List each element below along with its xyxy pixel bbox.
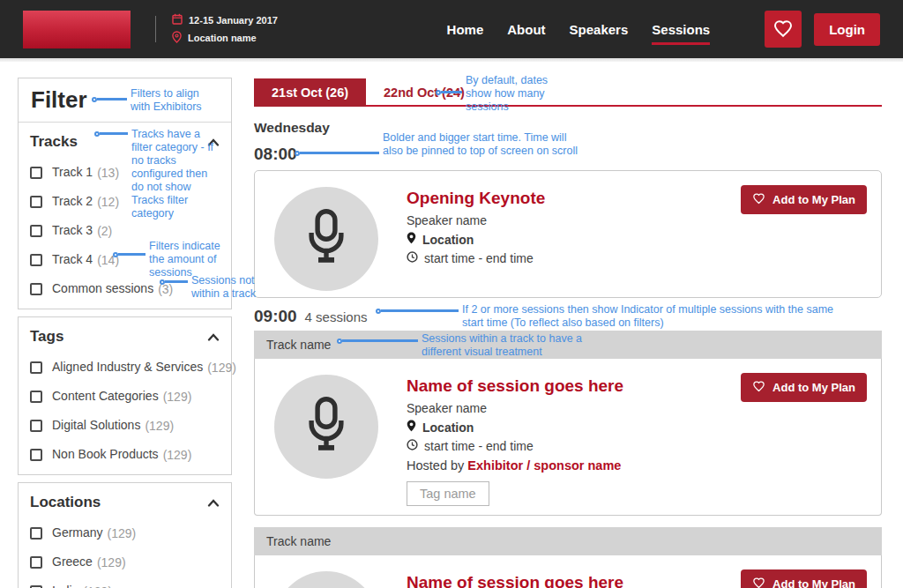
- add-to-plan-button[interactable]: Add to My Plan: [741, 569, 867, 588]
- event-info: 12-15 January 2017 Location name: [172, 13, 278, 45]
- chevron-up-icon[interactable]: [207, 333, 220, 341]
- checkbox[interactable]: [30, 391, 42, 403]
- event-location: Location name: [188, 33, 257, 43]
- session-details: Name of session goes here Speaker name L…: [407, 375, 623, 499]
- filter-checkbox-aligned-industry[interactable]: Aligned Industry & Services (129): [30, 360, 220, 375]
- checkbox[interactable]: [30, 420, 42, 432]
- checkbox[interactable]: [30, 449, 42, 461]
- filter-checkbox-india[interactable]: India (129): [30, 584, 220, 588]
- event-dates-row: 12-15 January 2017: [172, 13, 278, 26]
- track-name: Track name: [266, 338, 331, 352]
- session-location: Location: [422, 233, 474, 247]
- filter-tracks-box: Filter Tracks Track 1 (13) Track 2 (12) …: [18, 78, 232, 309]
- session-title: Name of session goes here: [407, 572, 623, 588]
- timeslot-0900: 09:00 4 sessions: [254, 307, 882, 326]
- checkbox[interactable]: [30, 283, 42, 295]
- clock-icon: [407, 439, 418, 453]
- session-card-opening-keynote[interactable]: Opening Keynote Speaker name Location st…: [254, 170, 882, 298]
- date-tabbar: 21st Oct (26) 22nd Oct (24): [254, 78, 882, 107]
- tab-22nd-oct[interactable]: 22nd Oct (24): [366, 78, 482, 107]
- filter-group-tags: Tags Aligned Industry & Services (129) C…: [19, 317, 231, 474]
- nav-item-about[interactable]: About: [507, 22, 545, 37]
- start-time: 08:00: [254, 145, 297, 164]
- heart-icon: [752, 192, 765, 207]
- chevron-up-icon[interactable]: [207, 499, 220, 507]
- event-dates: 12-15 January 2017: [189, 15, 278, 26]
- clock-icon: [407, 251, 418, 265]
- filter-checkbox-greece[interactable]: Greece (129): [30, 555, 220, 569]
- logo[interactable]: [23, 11, 131, 48]
- chevron-up-icon[interactable]: [207, 138, 220, 146]
- filter-checkbox-track-3[interactable]: Track 3 (2): [30, 223, 220, 238]
- session-card-track-session-2[interactable]: Name of session goes here Add to My Plan: [254, 555, 882, 588]
- microphone-icon: [302, 206, 350, 272]
- filter-group-locations: Locations Germany (129) Greece (129) Ind…: [19, 483, 231, 588]
- nav-item-speakers[interactable]: Speakers: [570, 22, 629, 37]
- session-location-row: Location: [407, 420, 623, 435]
- filter-checkbox-germany[interactable]: Germany (129): [30, 525, 220, 540]
- location-pin-icon: [407, 420, 416, 435]
- avatar: [274, 571, 378, 588]
- locations-group-header: Locations: [30, 494, 220, 511]
- filter-checkbox-digital-solutions[interactable]: Digital Solutions (129): [30, 418, 220, 433]
- microphone-icon: [302, 394, 350, 459]
- tags-group-title: Tags: [30, 328, 63, 346]
- hosted-by-row: Hosted by Exhibitor / sponsor name: [407, 458, 623, 473]
- filter-checkbox-content-categories[interactable]: Content Categories (129): [30, 389, 220, 404]
- session-location: Location: [422, 421, 474, 435]
- checkbox[interactable]: [30, 254, 42, 266]
- filter-sidebar: Filter Tracks Track 1 (13) Track 2 (12) …: [18, 78, 232, 588]
- sessions-main: 21st Oct (26) 22nd Oct (24) Wednesday 08…: [254, 78, 882, 588]
- filter-checkbox-common-sessions[interactable]: Common sessions (3): [30, 281, 220, 296]
- heart-icon: [772, 19, 794, 41]
- login-button[interactable]: Login: [814, 13, 880, 46]
- track-name: Track name: [266, 534, 331, 548]
- session-count: 4 sessions: [305, 309, 368, 324]
- checkbox[interactable]: [30, 167, 42, 179]
- checkbox[interactable]: [30, 361, 42, 374]
- filter-checkbox-track-1[interactable]: Track 1 (13): [30, 165, 220, 180]
- filter-checkbox-track-2[interactable]: Track 2 (12): [30, 194, 220, 209]
- checkbox[interactable]: [30, 196, 42, 208]
- checkbox[interactable]: [30, 527, 42, 540]
- favorites-button[interactable]: [765, 11, 802, 48]
- nav-item-home[interactable]: Home: [447, 22, 484, 37]
- session-details: Opening Keynote Speaker name Location st…: [407, 187, 545, 281]
- add-to-plan-button[interactable]: Add to My Plan: [741, 373, 867, 402]
- checkbox[interactable]: [30, 225, 42, 237]
- session-title: Name of session goes here: [407, 376, 623, 396]
- filter-checkbox-track-4[interactable]: Track 4 (14): [30, 252, 220, 267]
- session-time-row: start time - end time: [407, 439, 623, 453]
- session-time-row: start time - end time: [407, 251, 545, 265]
- header-shadow: [0, 58, 903, 62]
- session-time-range: start time - end time: [424, 251, 534, 265]
- tags-group-header: Tags: [30, 328, 220, 346]
- track-header: Track name: [254, 331, 882, 359]
- checkbox[interactable]: [30, 556, 42, 569]
- avatar: [274, 375, 378, 479]
- session-card-track-session[interactable]: Name of session goes here Speaker name L…: [254, 359, 882, 516]
- main-nav: Home About Speakers Sessions: [447, 22, 711, 37]
- hosted-by-name[interactable]: Exhibitor / sponsor name: [467, 458, 621, 473]
- checkbox[interactable]: [30, 585, 42, 588]
- add-to-plan-label: Add to My Plan: [772, 381, 855, 394]
- track-header: Track name: [254, 527, 882, 555]
- location-pin-icon: [172, 31, 182, 45]
- header-divider: [155, 16, 156, 42]
- tab-21st-oct[interactable]: 21st Oct (26): [254, 78, 366, 107]
- session-speaker: Speaker name: [407, 401, 623, 415]
- tracks-group-header: Tracks: [30, 133, 220, 151]
- filter-locations-box: Locations Germany (129) Greece (129) Ind…: [18, 482, 232, 588]
- filter-title: Filter: [19, 78, 231, 123]
- location-pin-icon: [407, 232, 416, 247]
- event-location-row: Location name: [172, 31, 278, 45]
- filter-tags-box: Tags Aligned Industry & Services (129) C…: [18, 316, 232, 475]
- timeslot-0800: 08:00: [254, 145, 882, 164]
- filter-checkbox-non-book-products[interactable]: Non Book Products (129): [30, 447, 220, 462]
- session-tag-chip[interactable]: Tag name: [407, 481, 489, 506]
- session-title: Opening Keynote: [407, 188, 545, 208]
- nav-item-sessions[interactable]: Sessions: [652, 22, 710, 37]
- add-to-plan-button[interactable]: Add to My Plan: [741, 185, 867, 214]
- hosted-by-prefix: Hosted by: [407, 458, 464, 473]
- start-time: 09:00: [254, 307, 297, 326]
